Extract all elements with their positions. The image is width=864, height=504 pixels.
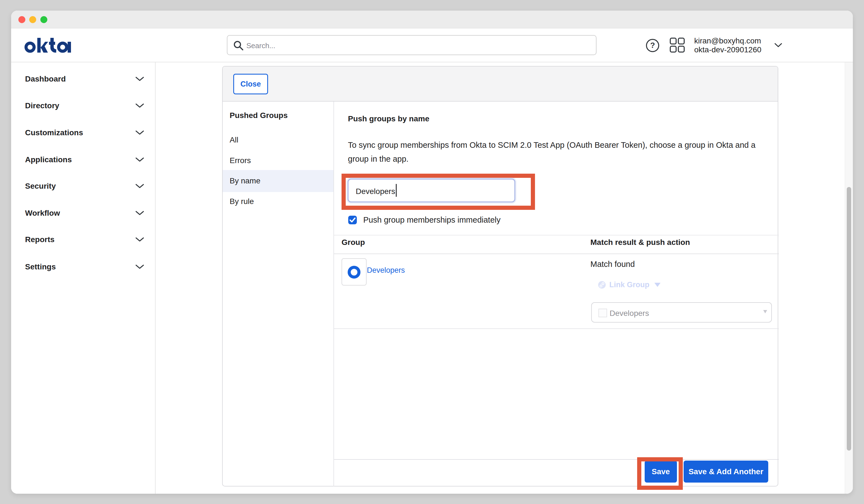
svg-text:?: ? <box>650 41 655 49</box>
